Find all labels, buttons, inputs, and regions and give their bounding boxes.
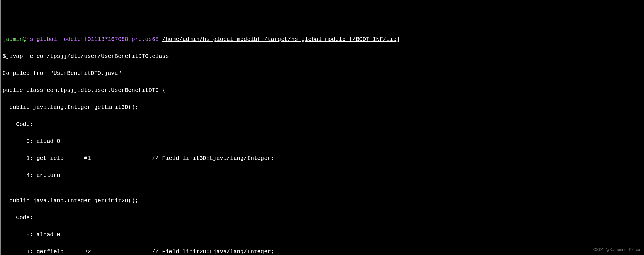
prompt-space [159, 36, 162, 42]
output-line: public class com.tpsjj.dto.user.UserBene… [3, 86, 642, 95]
output-line: 0: aload_0 [3, 137, 642, 146]
output-line: public java.lang.Integer getLimit3D(); [3, 103, 642, 112]
shell-prompt: [admin@hs-global-modelbff011137167088.pr… [3, 35, 642, 44]
prompt-open-bracket: [ [3, 36, 6, 42]
prompt-path: /home/admin/hs-global-modelbff/target/hs… [162, 36, 396, 42]
output-line: Code: [3, 214, 642, 222]
output-line: Compiled from "UserBenefitDTO.java" [3, 69, 642, 78]
prompt-close-bracket: ] [396, 36, 400, 42]
output-line: 1: getfield #1 // Field limit3D:Ljava/la… [3, 154, 642, 163]
prompt-host: hs-global-modelbff011137167088.pre.us68 [26, 36, 159, 42]
output-line: 0: aload_0 [3, 231, 642, 239]
watermark: CSDN @Katherine_Pierce [593, 247, 640, 253]
output-line: public java.lang.Integer getLimit2D(); [3, 197, 642, 205]
command-line[interactable]: $javap -c com/tpsjj/dto/user/UserBenefit… [3, 52, 642, 61]
output-line: 1: getfield #2 // Field limit2D:Ljava/la… [3, 248, 642, 255]
prompt-at: @ [23, 36, 26, 42]
output-line: Code: [3, 120, 642, 129]
output-line: 4: areturn [3, 171, 642, 180]
prompt-user: admin [6, 36, 23, 42]
